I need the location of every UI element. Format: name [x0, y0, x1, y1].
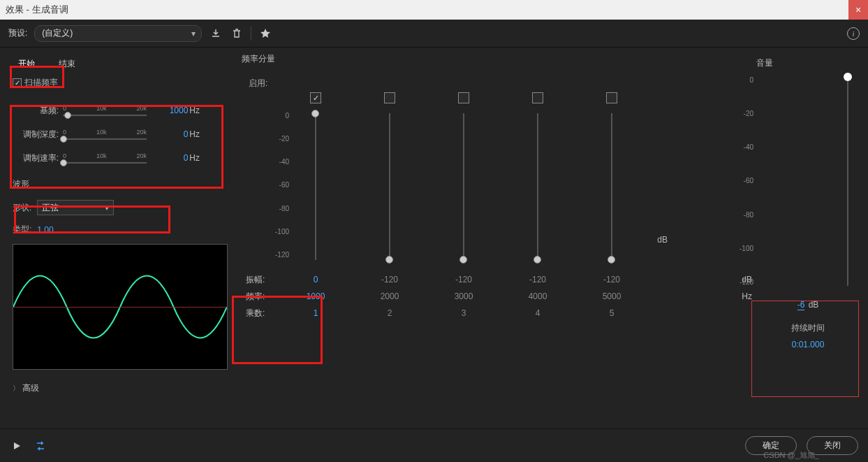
freq-enable-checkbox-5[interactable]: [606, 92, 617, 103]
freq-value-1[interactable]: 1000: [288, 291, 344, 301]
mult-value-2[interactable]: 2: [362, 308, 418, 318]
duration-value[interactable]: 0:01.000: [756, 340, 860, 349]
freq-enable-checkbox-3[interactable]: [458, 92, 469, 103]
separator: [251, 27, 251, 41]
amp-value-4[interactable]: -120: [510, 275, 566, 284]
chevron-right-icon: 〉: [13, 384, 20, 394]
title-bar: 效果 - 生成音调: [0, 0, 868, 20]
type-label: 类型:: [13, 224, 31, 236]
base-freq-label: 基频:: [13, 105, 59, 117]
freq-row-label: 频率:: [242, 291, 288, 303]
volume-value[interactable]: -6: [797, 300, 805, 310]
amp-label: 振幅:: [242, 274, 288, 286]
shape-label: 形状:: [13, 202, 31, 214]
sweep-label: 扫描频率: [24, 77, 58, 89]
advanced-label: 高级: [22, 382, 39, 394]
preset-dropdown[interactable]: (自定义): [34, 25, 202, 42]
tab-end[interactable]: 结束: [49, 55, 85, 73]
top-toolbar: 预设: (自定义) i: [0, 20, 868, 48]
tab-start[interactable]: 开始: [8, 55, 45, 73]
base-freq-value[interactable]: 1000: [170, 106, 189, 115]
freq-enable-checkbox-4[interactable]: [532, 92, 543, 103]
bottom-bar: 确定 关闭: [0, 428, 868, 462]
mult-value-4[interactable]: 4: [510, 308, 566, 318]
freq-amp-slider-4[interactable]: [537, 113, 538, 260]
amp-value-1[interactable]: 0: [288, 275, 344, 284]
amp-value-5[interactable]: -120: [584, 275, 640, 284]
freq-column-5: [584, 92, 640, 260]
freq-enable-checkbox-1[interactable]: ✓: [310, 92, 321, 103]
mult-value-1[interactable]: 1: [288, 308, 344, 318]
window-title: 效果 - 生成音调: [6, 3, 68, 16]
mult-value-3[interactable]: 3: [436, 308, 492, 318]
waveform-section-label: 波形: [8, 177, 232, 192]
freq-enable-checkbox-2[interactable]: [384, 92, 395, 103]
mod-rate-slider[interactable]: [63, 162, 147, 164]
enable-label: 启用:: [244, 78, 290, 89]
mod-rate-label: 调制速率:: [13, 152, 59, 164]
mod-depth-slider[interactable]: [63, 138, 147, 140]
preset-label: 预设:: [8, 27, 27, 39]
freq-column-4: [510, 92, 566, 260]
freq-amp-slider-5[interactable]: [611, 113, 612, 260]
shape-dropdown[interactable]: 正弦: [37, 200, 114, 215]
preset-value: (自定义): [42, 27, 73, 39]
mult-value-5[interactable]: 5: [584, 308, 640, 318]
mult-label: 乘数:: [242, 308, 288, 319]
info-icon[interactable]: i: [847, 27, 860, 40]
freq-amp-slider-3[interactable]: [463, 113, 464, 260]
mod-rate-value[interactable]: 0: [184, 153, 189, 163]
type-value[interactable]: 1.00: [37, 225, 53, 235]
watermark: CSDN @_旭旭_: [763, 450, 819, 461]
delete-preset-icon[interactable]: [230, 27, 244, 41]
volume-label: 音量: [756, 57, 860, 69]
save-preset-icon[interactable]: [209, 27, 223, 41]
hz-unit-label: Hz: [742, 291, 752, 301]
mod-depth-label: 调制深度:: [13, 129, 59, 140]
freq-value-2[interactable]: 2000: [362, 291, 418, 301]
play-icon[interactable]: [10, 439, 24, 453]
shape-value: 正弦: [42, 202, 59, 214]
loop-icon[interactable]: [34, 439, 47, 453]
amp-value-3[interactable]: -120: [436, 275, 492, 284]
freq-components-label: 频率分量: [242, 53, 756, 65]
freq-value-3[interactable]: 3000: [436, 291, 492, 301]
freq-column-3: [436, 92, 492, 260]
sweep-checkbox[interactable]: ✓: [13, 78, 22, 87]
freq-amp-slider-1[interactable]: [315, 113, 316, 260]
duration-label: 持续时间: [756, 322, 860, 334]
waveform-preview: [13, 244, 228, 370]
amp-value-2[interactable]: -120: [362, 275, 418, 284]
db-unit-label: dB: [657, 235, 668, 245]
freq-column-1: ✓: [288, 92, 344, 260]
freq-value-4[interactable]: 4000: [510, 291, 566, 301]
favorite-icon[interactable]: [258, 27, 272, 41]
mod-depth-value[interactable]: 0: [184, 129, 189, 139]
base-freq-slider[interactable]: [63, 115, 147, 116]
freq-amp-slider-2[interactable]: [389, 113, 390, 260]
frequency-sliders: 基频: 010k20k 1000Hz 调制深度: 010k20k 0Hz: [8, 96, 232, 173]
volume-slider[interactable]: [847, 76, 848, 286]
advanced-toggle[interactable]: 〉 高级: [8, 378, 232, 398]
freq-column-2: [362, 92, 418, 260]
volume-unit: dB: [809, 300, 819, 310]
freq-value-5[interactable]: 5000: [584, 291, 640, 301]
close-icon[interactable]: ×: [848, 0, 868, 20]
